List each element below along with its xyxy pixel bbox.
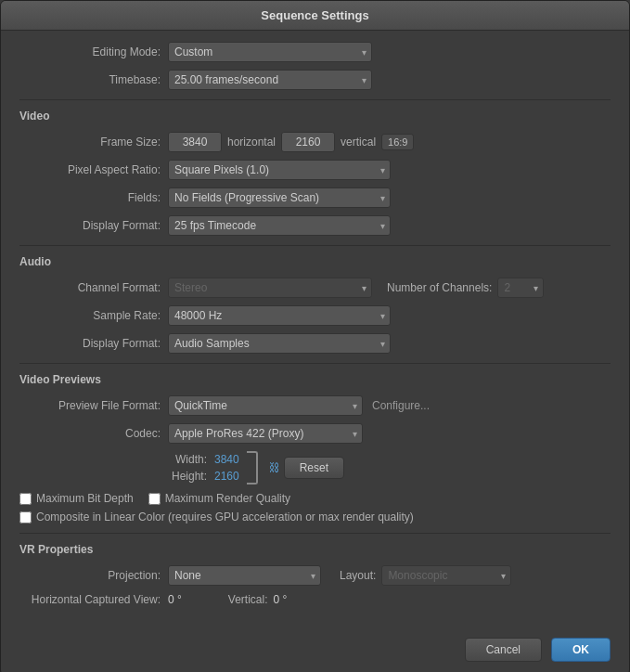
preview-width-row: Width: 3840 [168,453,239,466]
aspect-ratio-badge: 16:9 [381,134,414,150]
codec-label: Codec: [19,427,168,440]
preview-file-format-row: Preview File Format: QuickTime MPEG I-Fr… [19,395,611,416]
projection-select[interactable]: None Equirectangular [168,565,321,586]
preview-height-label: Height: [168,470,214,483]
audio-section-title: Audio [19,255,611,270]
num-channels-label: Number of Channels: [387,281,492,294]
channel-format-label: Channel Format: [19,281,168,294]
preview-file-format-label: Preview File Format: [19,399,168,412]
frame-height-input[interactable] [281,132,335,152]
video-divider [19,99,611,100]
num-channels-select-wrapper: 2 1 6 [497,278,544,298]
max-bit-depth-row: Maximum Bit Depth Maximum Render Quality [19,492,611,505]
preview-height-row: Height: 2160 [168,470,239,483]
sequence-settings-dialog: Sequence Settings Editing Mode: Custom D… [0,0,630,672]
editing-mode-select[interactable]: Custom DV HDV DSLR [168,42,372,62]
vr-section-title: VR Properties [19,543,611,558]
reset-button[interactable]: Reset [284,457,344,479]
video-display-format-row: Display Format: 25 fps Timecode 30 fps D… [19,215,611,236]
pixel-aspect-select-wrapper: Square Pixels (1.0) D1/DV NTSC (0.9091) … [168,160,391,180]
frame-size-label: Frame Size: [19,136,168,149]
horizontal-captured-value: 0 ° [168,593,182,606]
audio-display-format-row: Display Format: Audio Samples Millisecon… [19,333,611,354]
layout-select[interactable]: Monoscopic Over/Under Side by Side [381,565,511,586]
captured-view-row: Horizontal Captured View: 0 ° Vertical: … [19,593,611,606]
video-display-format-label: Display Format: [19,219,168,232]
editing-mode-label: Editing Mode: [19,45,168,58]
audio-display-format-label: Display Format: [19,337,168,350]
num-channels-select[interactable]: 2 1 6 [497,278,544,298]
video-display-format-select[interactable]: 25 fps Timecode 30 fps Drop-Frame Timeco… [168,215,391,236]
max-render-quality-label: Maximum Render Quality [165,492,290,505]
horizontal-label: horizontal [227,136,276,149]
dialog-body: Editing Mode: Custom DV HDV DSLR Timebas… [1,31,629,628]
vr-divider [19,533,611,534]
vertical-label: vertical [341,136,376,149]
ok-button[interactable]: OK [551,638,611,662]
vertical-captured-value: 0 ° [274,593,288,606]
layout-label: Layout: [340,569,376,582]
video-section-title: Video [19,110,611,124]
editing-mode-select-wrapper: Custom DV HDV DSLR [168,42,372,62]
preview-height-value: 2160 [214,470,239,483]
timebase-label: Timebase: [19,73,168,86]
fields-label: Fields: [19,191,168,204]
pixel-aspect-label: Pixel Aspect Ratio: [19,163,168,176]
timebase-row: Timebase: 25.00 frames/second 24.00 fram… [19,70,611,90]
frame-size-row: Frame Size: horizontal vertical 16:9 [19,132,611,152]
sample-rate-select-wrapper: 48000 Hz 44100 Hz 32000 Hz [168,305,391,326]
timebase-select-wrapper: 25.00 frames/second 24.00 frames/second … [168,70,372,90]
preview-width-label: Width: [168,453,214,466]
sample-rate-label: Sample Rate: [19,309,168,322]
video-previews-section-title: Video Previews [19,373,611,388]
link-icon: ⛓ [269,461,280,474]
composite-linear-row: Composite in Linear Color (requires GPU … [19,510,611,523]
preview-width-height-group: Width: 3840 Height: 2160 [168,453,239,483]
cancel-button[interactable]: Cancel [465,638,542,662]
composite-linear-checkbox[interactable] [19,511,32,523]
preview-file-format-select[interactable]: QuickTime MPEG I-Frame Only MPEG [168,395,363,416]
pixel-aspect-select[interactable]: Square Pixels (1.0) D1/DV NTSC (0.9091) … [168,160,391,180]
dialog-title: Sequence Settings [1,1,629,31]
fields-select-wrapper: No Fields (Progressive Scan) Upper Field… [168,187,391,208]
bracket-bottom [247,468,258,485]
horizontal-captured-label: Horizontal Captured View: [19,593,168,606]
editing-mode-row: Editing Mode: Custom DV HDV DSLR [19,42,611,62]
audio-display-format-select-wrapper: Audio Samples Milliseconds [168,333,391,354]
bracket-group [247,451,258,485]
fields-select[interactable]: No Fields (Progressive Scan) Upper Field… [168,187,391,208]
max-bit-depth-label: Maximum Bit Depth [36,492,134,505]
projection-layout-row: Projection: None Equirectangular Layout:… [19,565,611,586]
channel-format-select-wrapper: Stereo Mono 5.1 [168,278,372,298]
pixel-aspect-row: Pixel Aspect Ratio: Square Pixels (1.0) … [19,160,611,180]
vertical-captured-label: Vertical: [228,593,268,606]
checkboxes-group: Maximum Bit Depth Maximum Render Quality… [19,492,611,523]
bracket-top [247,451,258,468]
preview-width-value: 3840 [214,453,239,466]
layout-select-wrapper: Monoscopic Over/Under Side by Side [381,565,511,586]
max-render-quality-checkbox[interactable] [148,493,161,505]
dialog-footer: Cancel OK [1,628,629,672]
composite-linear-label: Composite in Linear Color (requires GPU … [36,510,414,523]
timebase-select[interactable]: 25.00 frames/second 24.00 frames/second … [168,70,372,90]
codec-row: Codec: Apple ProRes 422 (Proxy) Apple Pr… [19,423,611,444]
projection-select-wrapper: None Equirectangular [168,565,321,586]
fields-row: Fields: No Fields (Progressive Scan) Upp… [19,187,611,208]
video-display-format-select-wrapper: 25 fps Timecode 30 fps Drop-Frame Timeco… [168,215,391,236]
sample-rate-select[interactable]: 48000 Hz 44100 Hz 32000 Hz [168,305,391,326]
sample-rate-row: Sample Rate: 48000 Hz 44100 Hz 32000 Hz [19,305,611,326]
previews-divider [19,363,611,364]
projection-label: Projection: [19,569,168,582]
configure-link[interactable]: Configure... [372,399,430,412]
channel-format-select[interactable]: Stereo Mono 5.1 [168,278,372,298]
codec-select[interactable]: Apple ProRes 422 (Proxy) Apple ProRes 42… [168,423,363,444]
frame-width-input[interactable] [168,132,222,152]
codec-select-wrapper: Apple ProRes 422 (Proxy) Apple ProRes 42… [168,423,363,444]
preview-file-format-select-wrapper: QuickTime MPEG I-Frame Only MPEG [168,395,363,416]
max-bit-depth-checkbox[interactable] [19,493,32,505]
audio-divider [19,245,611,246]
preview-size-container: Width: 3840 Height: 2160 ⛓ Reset [168,451,611,485]
channel-format-row: Channel Format: Stereo Mono 5.1 Number o… [19,278,611,298]
audio-display-format-select[interactable]: Audio Samples Milliseconds [168,333,391,354]
